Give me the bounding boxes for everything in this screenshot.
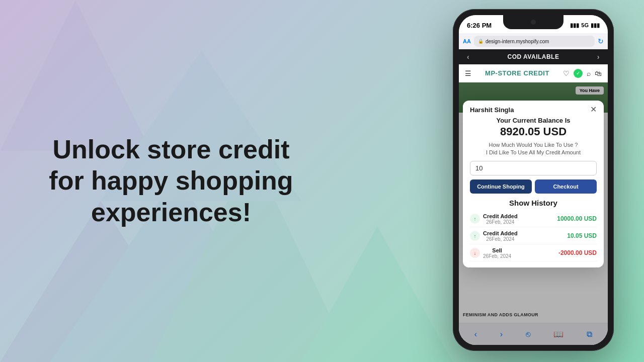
- signal-bars-icon: ▮▮▮: [570, 22, 579, 29]
- balance-title: Your Current Balance Is: [470, 117, 597, 124]
- history-date-2: 26Feb, 2024: [483, 236, 518, 242]
- history-date-3: 26Feb, 2024: [483, 253, 511, 259]
- home-indicator: [508, 346, 558, 348]
- history-label-1: Credit Added: [483, 213, 518, 219]
- credit-up-icon-2: ↑: [470, 231, 480, 241]
- history-item: ↓ Sell 26Feb, 2024 -2000.00 USD: [470, 245, 597, 261]
- modal-header: Harshit Singla ✕: [463, 101, 604, 114]
- browser-url: design-intern.myshopify.com: [486, 39, 549, 44]
- history-list: ↑ Credit Added 26Feb, 2024 10000.00 USD: [470, 211, 597, 261]
- browser-url-box[interactable]: 🔒 design-intern.myshopify.com: [474, 36, 595, 47]
- history-amount-2: 10.05 USD: [567, 232, 597, 239]
- checkout-button[interactable]: Checkout: [535, 179, 597, 194]
- history-amount-1: 10000.00 USD: [557, 215, 597, 222]
- cod-text: COD AVAILABLE: [508, 53, 559, 60]
- continue-shopping-button[interactable]: Continue Shoping: [470, 179, 532, 194]
- lock-icon: 🔒: [478, 39, 484, 44]
- svg-marker-4: [0, 0, 151, 151]
- whatsapp-icon[interactable]: ✓: [574, 69, 583, 78]
- modal-body: Your Current Balance Is 8920.05 USD How …: [463, 114, 604, 267]
- history-item: ↑ Credit Added 26Feb, 2024 10.05 USD: [470, 228, 597, 244]
- modal-user-name: Harshit Singla: [470, 106, 514, 114]
- hero-section: Unlock store credit for happy shopping e…: [40, 134, 302, 228]
- modal-buttons: Continue Shoping Checkout: [470, 179, 597, 194]
- svg-marker-3: [302, 226, 453, 362]
- status-icons: ▮▮▮ 5G ▮▮▮: [570, 22, 600, 29]
- phone-notch: [503, 15, 564, 29]
- history-amount-3: -2000.00 USD: [558, 249, 597, 256]
- history-title: Show History: [470, 199, 597, 207]
- cod-banner[interactable]: ‹ COD AVAILABLE ›: [459, 49, 608, 64]
- store-name: MP-STORE CREDIT: [485, 69, 549, 77]
- browser-bar[interactable]: AA 🔒 design-intern.myshopify.com ↻: [459, 33, 608, 49]
- history-label-2: Credit Added: [483, 230, 518, 236]
- history-item: ↑ Credit Added 26Feb, 2024 10000.00 USD: [470, 211, 597, 227]
- header-icons: ♡ ✓ ⌕ 🛍: [563, 69, 602, 78]
- cod-left-arrow[interactable]: ‹: [467, 53, 469, 61]
- balance-question: How Much Would You Like To Use ? I Did L…: [470, 141, 597, 157]
- store-header: ☰ MP-STORE CREDIT ♡ ✓ ⌕ 🛍: [459, 64, 608, 82]
- debit-down-icon-3: ↓: [470, 248, 480, 258]
- modal-close-button[interactable]: ✕: [590, 106, 597, 114]
- history-date-1: 26Feb, 2024: [483, 219, 518, 225]
- browser-aa-label[interactable]: AA: [463, 38, 471, 44]
- refresh-icon[interactable]: ↻: [598, 37, 604, 45]
- phone-outer: 6:26 PM ▮▮▮ 5G ▮▮▮ AA 🔒 design-intern.my…: [453, 9, 614, 351]
- hero-text: Unlock store credit for happy shopping e…: [40, 134, 302, 228]
- balance-amount: 8920.05 USD: [470, 125, 597, 138]
- phone-screen: 6:26 PM ▮▮▮ 5G ▮▮▮ AA 🔒 design-intern.my…: [459, 15, 608, 345]
- amount-input[interactable]: [470, 161, 597, 175]
- credit-modal: Harshit Singla ✕ Your Current Balance Is…: [463, 101, 604, 267]
- battery-icon: ▮▮▮: [591, 22, 600, 29]
- hamburger-icon[interactable]: ☰: [465, 69, 471, 77]
- credit-up-icon-1: ↑: [470, 214, 480, 224]
- search-icon[interactable]: ⌕: [587, 69, 591, 77]
- status-time: 6:26 PM: [467, 22, 492, 29]
- wifi-icon: 5G: [581, 22, 589, 28]
- phone-mockup: 6:26 PM ▮▮▮ 5G ▮▮▮ AA 🔒 design-intern.my…: [453, 9, 614, 351]
- notch-camera: [531, 20, 536, 25]
- cod-right-arrow[interactable]: ›: [597, 53, 600, 61]
- history-label-3: Sell: [483, 247, 511, 253]
- cart-icon[interactable]: 🛍: [595, 69, 602, 77]
- heart-icon[interactable]: ♡: [563, 69, 570, 77]
